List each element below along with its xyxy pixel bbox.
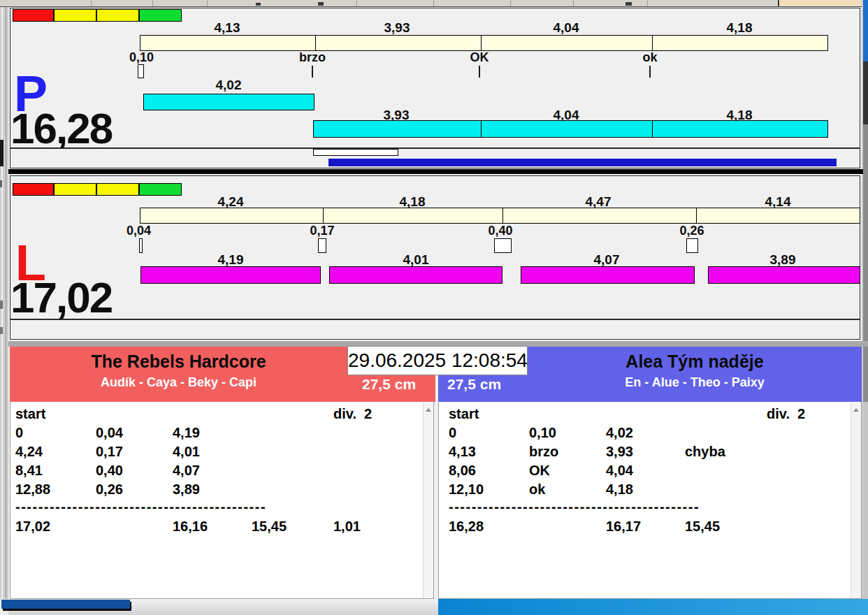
- fault-cell: chyba: [685, 444, 725, 460]
- l-change-marker-box-2: [318, 238, 326, 253]
- result-cell: 4,07: [173, 463, 200, 479]
- p-progress-bar: [328, 159, 837, 166]
- team-right-jump-height: 27,5 cm: [447, 376, 501, 393]
- result-cell: 4,24: [15, 444, 43, 460]
- scroll-up-icon[interactable]: [853, 408, 859, 412]
- l-change-marker-box-3: [494, 238, 512, 253]
- p-change-mark-4: ok: [642, 50, 657, 65]
- result-cell: 4,13: [449, 444, 476, 460]
- total-time: 17,02: [15, 519, 50, 535]
- traffic-light-yellow: [96, 183, 139, 196]
- l-change-mark-1: 0,04: [126, 224, 151, 238]
- l-run-time-1: 4,19: [218, 252, 244, 268]
- total-diff: 1,01: [333, 519, 361, 535]
- start-label: start: [15, 406, 45, 422]
- total-time: 16,28: [449, 519, 484, 535]
- p-run-bar-1: [143, 94, 314, 110]
- toolbar-separator: [433, 0, 434, 6]
- left-window-edge: [0, 7, 8, 599]
- l-split-bar: [140, 208, 860, 224]
- result-cell: 0: [15, 425, 23, 441]
- result-cell: ok: [529, 482, 545, 498]
- result-cell: 12,10: [449, 482, 484, 498]
- result-cell: 0,10: [529, 425, 556, 441]
- result-cell: 0,26: [96, 482, 123, 498]
- bottom-right-strip: [438, 599, 868, 615]
- result-separator: ----------------------------------------…: [15, 499, 266, 515]
- result-cell: 0: [449, 425, 456, 441]
- result-cell: 4,01: [173, 444, 200, 460]
- result-cell: 8,41: [15, 463, 43, 479]
- lane-l-panel: [10, 175, 860, 319]
- datetime-display: 29.06.2025 12:08:54: [347, 346, 528, 375]
- toolbar-separator: [573, 0, 574, 6]
- result-cell: brzo: [529, 444, 558, 460]
- p-split-time-2: 3,93: [384, 20, 410, 36]
- toolbar-separator: [152, 0, 153, 6]
- p-split-bar: [140, 35, 828, 51]
- toolbar-separator: [91, 0, 92, 6]
- traffic-light-yellow: [96, 9, 139, 22]
- l-run-time-2: 4,01: [403, 252, 429, 268]
- p-split-time-1: 4,13: [215, 20, 240, 36]
- toolbar-separator: [647, 0, 648, 6]
- toolbar-glyph: [318, 2, 324, 6]
- chevron-down-icon: [625, 2, 632, 6]
- result-cell: 4,02: [606, 425, 633, 441]
- total-best: 15,45: [252, 519, 287, 535]
- right-window-edge: [862, 0, 868, 615]
- toolbar-beige-panel: [778, 0, 862, 6]
- traffic-light-green: [139, 183, 182, 196]
- traffic-light-yellow: [54, 9, 96, 22]
- traffic-light-red: [13, 9, 54, 22]
- l-run-bar-1: [140, 266, 321, 284]
- team-left-members: Audík - Caya - Beky - Capi: [10, 375, 347, 390]
- team-left-scrollbar[interactable]: [423, 403, 433, 598]
- total-clean: 16,17: [606, 519, 641, 535]
- start-label: start: [449, 406, 479, 422]
- l-change-marker-box-1: [139, 238, 143, 253]
- p-change-mark-1: 0,10: [129, 50, 154, 65]
- lane-l-total-time: 17,02: [10, 276, 112, 319]
- p-split-time-3: 4,04: [554, 20, 579, 36]
- result-cell: 4,19: [173, 425, 200, 441]
- result-cell: 4,04: [606, 463, 633, 479]
- p-change-mark-2: brzo: [299, 50, 326, 65]
- result-cell: 8,06: [449, 463, 476, 479]
- l-substrip: [10, 319, 860, 340]
- result-cell: 0,04: [96, 425, 123, 441]
- total-clean: 16,16: [173, 519, 208, 535]
- result-separator: ----------------------------------------…: [449, 499, 700, 515]
- lane-p-total-time: 16,28: [10, 107, 112, 150]
- team-left-name: The Rebels Hardcore: [10, 352, 347, 372]
- app-window: 4,13 3,93 4,04 4,18 0,10 brzo OK ok 4,02…: [0, 0, 868, 615]
- p-first-run-time: 4,02: [216, 78, 242, 93]
- l-change-mark-3: 0,40: [488, 224, 512, 238]
- p-change-marker-box: [138, 64, 144, 78]
- l-run-bar-3: [521, 266, 695, 284]
- result-cell: 3,89: [173, 482, 200, 498]
- l-change-marker-box-4: [686, 238, 698, 253]
- division-label: div. 2: [333, 406, 372, 422]
- total-best: 15,45: [685, 519, 720, 535]
- l-run-bar-4: [708, 266, 860, 284]
- toolbar-fragment[interactable]: [0, 0, 868, 7]
- toolbar-glyph: [256, 3, 261, 6]
- result-cell: 12,88: [15, 482, 50, 498]
- traffic-light-yellow: [54, 183, 96, 196]
- p-change-tick: [479, 66, 480, 78]
- p-change-mark-3: OK: [470, 50, 489, 65]
- p-change-tick: [649, 66, 651, 78]
- result-cell: 3,93: [606, 444, 633, 460]
- team-right-scrollbar[interactable]: [851, 403, 861, 598]
- division-label: div. 2: [767, 406, 805, 422]
- l-change-mark-4: 0,26: [679, 224, 704, 238]
- p-remainder-bar: [313, 149, 398, 156]
- result-cell: OK: [529, 463, 550, 479]
- toolbar-separator: [207, 0, 208, 6]
- toolbar-separator: [356, 0, 357, 6]
- scroll-up-icon[interactable]: [426, 408, 431, 412]
- p-split-time-4: 4,18: [727, 20, 753, 36]
- traffic-light-red: [13, 183, 54, 196]
- team-right-name: Alea Tým naděje: [528, 352, 862, 372]
